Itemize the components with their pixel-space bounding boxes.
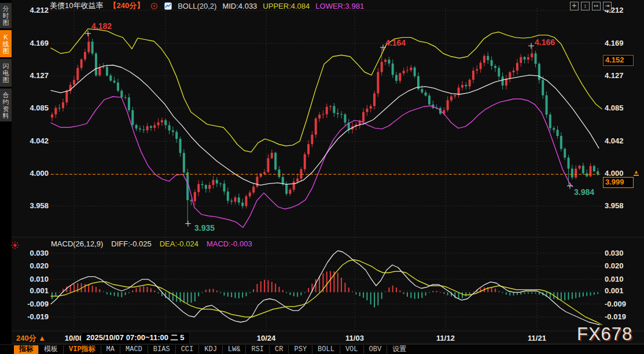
boll-upper-value: UPPER:4.084 — [263, 2, 310, 10]
x-axis-row: 240分 ▲ 10/0810/2411/0311/1211/21 2025/10… — [0, 331, 644, 344]
chart-badge-icon[interactable] — [164, 2, 172, 10]
sidebar-tab-1[interactable]: K线图 — [0, 30, 12, 57]
svg-text:4.182: 4.182 — [91, 21, 112, 31]
date-tick-4: 11/21 — [528, 334, 546, 342]
macd-axis-left-2: 0.010 — [22, 275, 49, 283]
menu-item-14[interactable]: OBV — [364, 345, 388, 354]
macd-hist-value: MACD:-0.003 — [207, 239, 252, 248]
price-axis-left-5: 4.000 — [22, 169, 49, 178]
extreme-marker-2: 4.166 — [528, 38, 555, 49]
date-tick-3: 11/12 — [436, 334, 455, 342]
menu-item-8[interactable]: LW& — [223, 345, 246, 354]
chart-header: 美债10年收益率 【240分】 BOLL(20,2) MID:4.033 UPP… — [50, 1, 364, 11]
macd-axis-right-4: -0.009 — [605, 300, 631, 308]
menu-item-11[interactable]: PSY — [289, 345, 312, 354]
menu-item-9[interactable]: RSI — [246, 345, 270, 354]
svg-text:4.164: 4.164 — [385, 38, 406, 47]
pan-crosshair-icon[interactable]: ✛ — [570, 2, 579, 10]
menu-item-15[interactable]: 设置 — [387, 345, 411, 354]
menu-item-12[interactable]: BOLL — [312, 345, 340, 354]
menu-item-6[interactable]: CCI — [176, 345, 200, 354]
menu-item-5[interactable]: BIAS — [148, 345, 176, 354]
boll-lower-value: LOWER:3.981 — [315, 2, 364, 10]
price-axis-right-1: 4.169 — [605, 39, 631, 47]
macd-header: MACD(26,12,9) DIFF:-0.025 DEA:-0.024 MAC… — [51, 239, 252, 248]
macd-axis-right-0: 0.030 — [605, 249, 631, 257]
price-axis-left-4: 4.042 — [22, 137, 49, 145]
y-axis-scale-icon[interactable]: ↨ — [581, 2, 590, 10]
macd-diff-value: DIFF:-0.025 — [111, 239, 151, 248]
menu-item-0[interactable]: 指标 — [14, 345, 39, 354]
alarm-icon[interactable] — [150, 2, 158, 10]
period-tag[interactable]: 【240分】 — [109, 1, 144, 11]
chart-canvas[interactable]: 4.1824.1644.1663.9353.984 — [0, 0, 644, 354]
macd-axis-left-4: -0.009 — [22, 300, 49, 308]
ref-price-tag: 4.152 — [603, 55, 634, 66]
macd-dea-value: DEA:-0.024 — [160, 239, 198, 248]
price-axis-left-2: 4.127 — [22, 71, 49, 80]
svg-text:3.984: 3.984 — [574, 187, 594, 197]
chart-app: 4.1824.1644.1663.9353.984 美债10年收益率 【240分… — [0, 0, 644, 354]
price-axis-right-3: 4.085 — [605, 104, 631, 112]
menu-item-2[interactable]: VIP指标 — [64, 345, 101, 354]
sidebar-tab-2[interactable]: 闪电图 — [0, 59, 12, 87]
menu-item-13[interactable]: VOL — [340, 345, 364, 354]
bar-info-tooltip: 2025/10/07 07:00~11:00 二 5 — [81, 332, 190, 344]
x-axis-scale-icon[interactable]: ↦ — [592, 2, 601, 10]
sidebar-tab-3[interactable]: 合约资料 — [0, 89, 12, 121]
indicator-menu-bar: 指标模板VIP指标MAMACDBIASCCIKDJLW&RSICRPSYBOLL… — [0, 344, 644, 354]
live-burst-icon[interactable] — [10, 241, 20, 250]
date-tick-2: 11/03 — [345, 334, 364, 342]
price-axis-right-4: 4.042 — [605, 137, 631, 145]
price-axis-left-1: 4.169 — [22, 39, 49, 47]
price-axis-left-3: 4.085 — [22, 104, 49, 112]
macd-axis-right-5: -0.019 — [605, 312, 631, 321]
sidebar-tab-0[interactable]: 分时图 — [0, 3, 12, 28]
menu-item-10[interactable]: CR — [270, 345, 289, 354]
date-tick-1: 10/24 — [257, 334, 276, 342]
macd-axis-right-2: 0.010 — [605, 275, 631, 283]
period-arrow-icon: ▲ — [38, 334, 46, 342]
macd-axis-right-3: 0.001 — [605, 286, 631, 295]
macd-axis-left-5: -0.019 — [22, 312, 49, 321]
price-axis-right-2: 4.127 — [605, 71, 631, 80]
svg-text:4.166: 4.166 — [535, 38, 555, 47]
price-axis-right-6: 3.958 — [605, 201, 631, 210]
price-axis-right-5: 4.000 — [605, 169, 631, 178]
watermark: FX678 — [577, 324, 632, 345]
restore-scale-icon[interactable]: ⇥ — [603, 2, 612, 10]
boll-mid-value: MID:4.033 — [222, 2, 257, 10]
price-axis-left-0: 4.212 — [22, 6, 49, 14]
chart-toolbar: ✛ ↨ ↦ ⇥ — [570, 2, 612, 10]
macd-axis-right-1: 0.020 — [605, 261, 631, 270]
boll-indicator-label[interactable]: BOLL(20,2) — [178, 2, 216, 10]
macd-axis-left-1: 0.020 — [22, 261, 49, 270]
svg-text:3.935: 3.935 — [194, 223, 215, 233]
menu-item-3[interactable]: MA — [101, 345, 120, 354]
price-up-arrow-icon[interactable]: ▲ — [634, 169, 639, 176]
macd-axis-left-0: 0.030 — [22, 249, 49, 257]
symbol-title: 美债10年收益率 — [50, 1, 103, 11]
macd-axis-left-3: 0.001 — [22, 286, 49, 295]
menu-item-7[interactable]: KDJ — [199, 345, 223, 354]
extreme-marker-1: 4.164 — [380, 38, 406, 50]
extreme-marker-3: 3.935 — [185, 221, 215, 233]
last-price-tag: 3.999 — [603, 177, 634, 188]
macd-indicator-label[interactable]: MACD(26,12,9) — [51, 239, 103, 248]
menu-item-4[interactable]: MACD — [120, 345, 148, 354]
menu-item-1[interactable]: 模板 — [39, 345, 64, 354]
price-axis-left-6: 3.958 — [22, 201, 49, 210]
view-sidebar: 分时图K线图闪电图合约资料 — [0, 0, 12, 354]
